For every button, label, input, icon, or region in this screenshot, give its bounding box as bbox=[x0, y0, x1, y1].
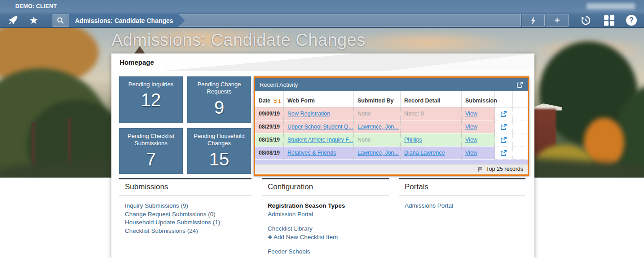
plus-icon: + bbox=[555, 15, 560, 26]
tile-pending-checklist-submissions[interactable]: Pending Checklist Submissions 7 bbox=[119, 128, 183, 174]
registration-season-types-heading: Registration Season Types bbox=[268, 202, 383, 210]
external-link-icon[interactable] bbox=[500, 124, 507, 130]
column-header-record-detail[interactable]: Record Detail bbox=[401, 91, 462, 107]
quick-launch-button[interactable] bbox=[6, 14, 20, 27]
web-form-link[interactable]: Student Athlete Inquiry F... bbox=[287, 137, 353, 143]
page-title: Admissions: Candidate Changes bbox=[111, 31, 366, 50]
history-button[interactable] bbox=[578, 13, 593, 27]
table-scrollbar-column bbox=[513, 133, 526, 147]
rocket-icon bbox=[8, 15, 18, 26]
web-form-link[interactable]: Upper School Student Q... bbox=[287, 124, 353, 130]
link-checklist-library[interactable]: Checklist Library bbox=[268, 225, 383, 233]
external-link-icon[interactable] bbox=[500, 111, 507, 117]
link-feeder-schools[interactable]: Feeder Schools bbox=[268, 248, 383, 256]
app-switcher-button[interactable] bbox=[602, 13, 616, 27]
column-header-spacer bbox=[513, 91, 526, 107]
table-footer: Top 25 records bbox=[255, 164, 528, 173]
spacer bbox=[268, 241, 383, 248]
external-link-icon[interactable] bbox=[500, 137, 507, 143]
sort-indicator-icon: 1 bbox=[273, 99, 281, 104]
view-link[interactable]: View bbox=[465, 150, 477, 156]
table-row: 08/29/19 Upper School Student Q... Lawre… bbox=[255, 120, 528, 133]
column-header-date[interactable]: Date 1 bbox=[255, 91, 284, 107]
table-scrollbar-column bbox=[513, 120, 526, 133]
column-header-submitted-by[interactable]: Submitted By bbox=[354, 91, 401, 107]
cell-open-record bbox=[495, 107, 513, 120]
search-button[interactable] bbox=[53, 14, 68, 27]
record-detail-link[interactable]: Diana Lawrence bbox=[404, 150, 445, 156]
cell-date: 08/15/19 bbox=[255, 133, 284, 147]
spacer bbox=[268, 218, 383, 225]
cell-submission: View bbox=[462, 147, 495, 160]
link-checklist-submissions[interactable]: Checklist Submissions (24) bbox=[125, 227, 246, 235]
cell-open-record bbox=[495, 147, 513, 160]
section-title: Portals bbox=[399, 179, 525, 196]
plus-icon: ✚ bbox=[268, 234, 272, 240]
table-row: 09/09/19 New Registration None None: 0 V… bbox=[255, 107, 528, 120]
add-button[interactable]: + bbox=[546, 14, 569, 27]
panel-header: Recent Activity bbox=[255, 78, 528, 91]
record-detail-link[interactable]: Phillips bbox=[404, 137, 422, 143]
column-header-web-form[interactable]: Web Form bbox=[284, 91, 354, 107]
tile-label: Pending Checklist Submissions bbox=[119, 128, 183, 147]
cell-submission: View bbox=[462, 133, 495, 147]
tile-label: Pending Household Changes bbox=[187, 128, 251, 147]
cell-date: 08/29/19 bbox=[255, 120, 284, 133]
cell-date: 09/09/19 bbox=[255, 107, 284, 120]
tile-pending-inquiries[interactable]: Pending Inquiries 12 bbox=[119, 76, 183, 123]
top-bar: DEMO: CLIENT ★ Admissions: Candidate Cha… bbox=[0, 0, 644, 28]
tabstrip-decoration bbox=[386, 53, 534, 71]
link-add-new-checklist-item[interactable]: ✚Add New Checklist Item bbox=[268, 233, 383, 241]
tile-label: Pending Change Requests bbox=[187, 76, 251, 96]
view-link[interactable]: View bbox=[465, 137, 477, 143]
flag-icon bbox=[477, 166, 483, 172]
link-change-request-submissions[interactable]: Change Request Submissions (0) bbox=[125, 210, 246, 218]
cell-open-record bbox=[495, 133, 513, 147]
cell-record-detail: Phillips bbox=[401, 133, 462, 147]
cell-date: 08/08/19 bbox=[255, 147, 284, 160]
tabstrip-decoration bbox=[162, 53, 355, 71]
quick-actions-button[interactable] bbox=[522, 14, 545, 27]
web-form-link[interactable]: Relatives & Friends bbox=[287, 150, 336, 156]
link-admissions-portal[interactable]: Admissions Portal bbox=[405, 202, 520, 210]
search-icon bbox=[57, 17, 64, 24]
tile-pending-change-requests[interactable]: Pending Change Requests 9 bbox=[187, 76, 251, 123]
view-link[interactable]: View bbox=[465, 111, 477, 117]
tile-label: Pending Inquiries bbox=[119, 76, 183, 88]
section-title: Submissions bbox=[119, 179, 251, 196]
tab-homepage[interactable]: Homepage bbox=[111, 53, 162, 71]
link-household-update-submissions[interactable]: Household Update Submissions (1) bbox=[125, 218, 246, 227]
help-icon: ? bbox=[626, 15, 637, 26]
cell-web-form: Relatives & Friends bbox=[284, 147, 354, 160]
help-button[interactable]: ? bbox=[624, 13, 639, 27]
tile-pending-household-changes[interactable]: Pending Household Changes 15 bbox=[187, 128, 251, 174]
tile-value: 12 bbox=[119, 90, 183, 110]
column-header-submission[interactable]: Submission bbox=[462, 91, 495, 107]
history-icon bbox=[580, 15, 591, 26]
cell-record-detail bbox=[401, 120, 462, 133]
environment-label: DEMO: CLIENT bbox=[15, 3, 57, 9]
panel-title: Recent Activity bbox=[260, 81, 298, 88]
section-portals: Portals Admissions Portal bbox=[399, 178, 525, 258]
section-configuration: Configuration Registration Season Types … bbox=[262, 178, 389, 258]
cell-submitted-by: Lawrence, Jon... bbox=[354, 147, 401, 160]
submitted-by-link[interactable]: Lawrence, Jon... bbox=[357, 124, 399, 130]
app-screen: Admissions: Candidate Changes DEMO: CLIE… bbox=[0, 0, 644, 258]
cell-submitted-by: None bbox=[354, 107, 401, 120]
link-inquiry-submissions[interactable]: Inquiry Submissions (9) bbox=[125, 202, 246, 210]
tile-value: 15 bbox=[187, 149, 251, 169]
cell-web-form: New Registration bbox=[284, 107, 354, 120]
submitted-by-link[interactable]: Lawrence, Jon... bbox=[357, 150, 399, 156]
tab-strip: Homepage bbox=[111, 53, 534, 71]
record-limit-label: Top 25 records bbox=[486, 166, 523, 172]
web-form-link[interactable]: New Registration bbox=[287, 111, 330, 117]
external-link-icon[interactable] bbox=[500, 150, 507, 156]
favorites-button[interactable]: ★ bbox=[27, 14, 40, 27]
table-row: 08/08/19 Relatives & Friends Lawrence, J… bbox=[255, 147, 528, 160]
link-admission-portal[interactable]: Admission Portal bbox=[268, 210, 383, 218]
cell-open-record bbox=[495, 120, 513, 133]
cell-submission: View bbox=[462, 107, 495, 120]
view-link[interactable]: View bbox=[465, 124, 477, 130]
popout-button[interactable] bbox=[516, 81, 523, 88]
breadcrumb[interactable]: Admissions: Candidate Changes bbox=[69, 14, 185, 27]
